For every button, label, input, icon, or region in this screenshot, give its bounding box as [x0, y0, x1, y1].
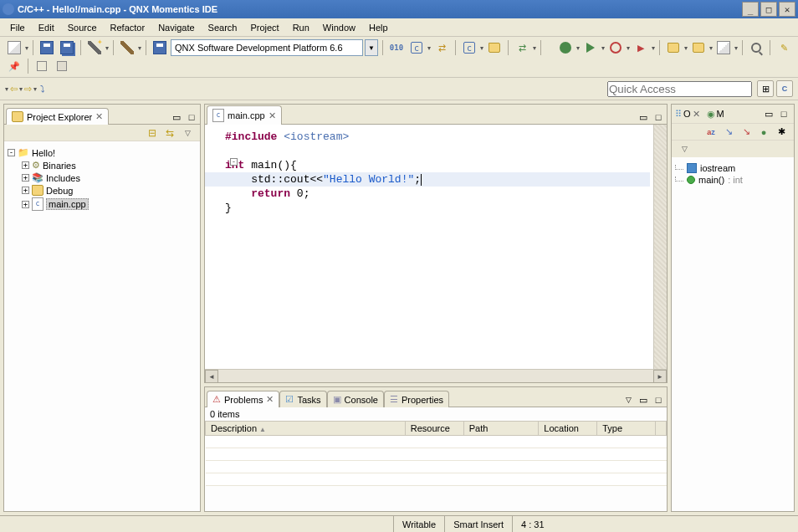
- close-icon[interactable]: ✕: [693, 109, 700, 120]
- col-description[interactable]: Description▲: [206, 422, 406, 436]
- table-row[interactable]: [206, 448, 667, 461]
- close-icon[interactable]: ✕: [95, 111, 103, 122]
- minimize-view-button[interactable]: ▭: [762, 107, 775, 120]
- problems-tab[interactable]: ⚠ Problems ✕: [207, 391, 279, 407]
- tree-row[interactable]: + ⚙ Binaries: [8, 159, 197, 171]
- table-row[interactable]: [206, 436, 667, 448]
- search-button[interactable]: [747, 39, 765, 56]
- new-file-button[interactable]: [714, 39, 733, 56]
- expand-icon[interactable]: +: [22, 161, 29, 169]
- save-alt-button[interactable]: [151, 39, 169, 56]
- new-button[interactable]: [5, 39, 23, 56]
- editor-tab-main[interactable]: c main.cpp ✕: [207, 105, 282, 125]
- col-path[interactable]: Path: [463, 422, 539, 436]
- maximize-view-button[interactable]: □: [185, 110, 198, 124]
- binary-button[interactable]: 010: [387, 39, 406, 56]
- menu-window[interactable]: Window: [318, 21, 361, 34]
- forward-button[interactable]: ⇨: [24, 84, 32, 95]
- fold-icon[interactable]: -: [230, 158, 238, 166]
- view-menu-button[interactable]: ▽: [677, 142, 692, 156]
- step-button[interactable]: ⤵: [40, 84, 45, 94]
- project-explorer-tab[interactable]: Project Explorer ✕: [6, 108, 109, 125]
- outline-tab-o[interactable]: O: [683, 109, 691, 119]
- toggle-mark-button[interactable]: ✎: [775, 39, 793, 56]
- menu-search[interactable]: Search: [203, 21, 243, 34]
- tree-row[interactable]: + Debug: [8, 184, 197, 197]
- scroll-left-button[interactable]: ◄: [205, 370, 218, 383]
- tree-row-root[interactable]: - 📁 Hello!: [8, 146, 197, 159]
- close-icon[interactable]: ✕: [269, 110, 276, 121]
- expand-icon[interactable]: +: [22, 174, 29, 182]
- minimize-view-button[interactable]: ▭: [170, 110, 183, 124]
- build-button[interactable]: [118, 39, 136, 56]
- outline-tab-m[interactable]: M: [717, 109, 724, 119]
- properties-tab[interactable]: ☰ Properties: [384, 391, 449, 407]
- outline-item[interactable]: main() : int: [675, 174, 790, 186]
- menu-run[interactable]: Run: [288, 21, 315, 34]
- save-all-button[interactable]: [58, 39, 76, 56]
- tasks-tab[interactable]: ☑ Tasks: [279, 391, 326, 407]
- close-button[interactable]: ✕: [779, 2, 795, 17]
- link-editor-button[interactable]: ⇆: [162, 126, 177, 140]
- outline-tree[interactable]: iostream main() : int: [672, 157, 794, 511]
- folder-button[interactable]: [485, 39, 504, 56]
- quick-access-input[interactable]: [607, 81, 752, 97]
- tree-row[interactable]: + 📚 Includes: [8, 171, 197, 184]
- open-perspective-button[interactable]: ⊞: [757, 80, 774, 97]
- code-editor[interactable]: #include <iostream> -int main(){ std::co…: [205, 125, 653, 369]
- table-row[interactable]: [206, 461, 667, 473]
- filter-local-button[interactable]: ✱: [774, 125, 789, 139]
- problems-table-body[interactable]: Description▲ Resource Path Location Type: [205, 421, 667, 511]
- console-tab[interactable]: ▣ Console: [327, 391, 384, 407]
- maximize-view-button[interactable]: □: [777, 107, 790, 120]
- menu-help[interactable]: Help: [364, 21, 393, 34]
- window-2-button[interactable]: [53, 58, 71, 74]
- project-explorer-tree[interactable]: - 📁 Hello! + ⚙ Binaries + 📚 Includes: [4, 141, 200, 511]
- table-row[interactable]: [206, 473, 667, 486]
- menu-navigate[interactable]: Navigate: [153, 21, 199, 34]
- expand-icon[interactable]: +: [22, 187, 29, 194]
- profile-button[interactable]: [606, 39, 625, 56]
- tree-row[interactable]: + c main.cpp: [8, 197, 197, 212]
- back-button[interactable]: ⇦: [10, 84, 18, 95]
- minimize-editor-button[interactable]: ▭: [637, 110, 650, 124]
- maximize-editor-button[interactable]: □: [652, 110, 665, 124]
- sort-button[interactable]: az: [703, 125, 719, 139]
- expand-icon[interactable]: +: [22, 201, 29, 208]
- filter-nonpublic-button[interactable]: ●: [756, 125, 771, 139]
- link-button[interactable]: ⇄: [513, 39, 531, 56]
- scroll-right-button[interactable]: ►: [653, 370, 667, 383]
- menu-refactor[interactable]: Refactor: [105, 21, 151, 34]
- toggle-button[interactable]: ⇄: [432, 39, 451, 56]
- editor-horizontal-scrollbar[interactable]: ◄ ►: [205, 369, 667, 382]
- minimize-button[interactable]: _: [742, 2, 759, 17]
- maximize-view-button[interactable]: □: [652, 393, 665, 407]
- save-button[interactable]: [38, 39, 56, 56]
- run-button[interactable]: [581, 39, 600, 56]
- window-1-button[interactable]: [33, 58, 51, 74]
- editor-vertical-scrollbar[interactable]: [653, 125, 667, 369]
- run-c-alt-button[interactable]: c: [460, 39, 478, 56]
- maximize-button[interactable]: □: [760, 2, 777, 17]
- menu-edit[interactable]: Edit: [33, 21, 59, 34]
- ext-tools-button[interactable]: ▶: [632, 39, 650, 56]
- view-menu-button[interactable]: ▽: [622, 393, 635, 407]
- expand-icon[interactable]: -: [8, 149, 15, 156]
- minimize-view-button[interactable]: ▭: [637, 393, 650, 407]
- menu-file[interactable]: File: [5, 21, 30, 34]
- platform-select-dropdown[interactable]: ▼: [365, 39, 378, 56]
- view-menu-button[interactable]: ▽: [180, 126, 195, 140]
- new-folder-button[interactable]: [689, 39, 708, 56]
- close-icon[interactable]: ✕: [266, 394, 274, 405]
- outline-item[interactable]: iostream: [675, 162, 790, 174]
- filter-fields-button[interactable]: ↘: [721, 125, 736, 139]
- pin-button[interactable]: 📌: [5, 58, 23, 74]
- debug-button[interactable]: [556, 39, 575, 56]
- collapse-all-button[interactable]: ⊟: [145, 126, 160, 140]
- run-c-button[interactable]: c: [407, 39, 426, 56]
- new-cproj-button[interactable]: [664, 39, 683, 56]
- menu-project[interactable]: Project: [245, 21, 284, 34]
- wand-button[interactable]: [85, 39, 104, 56]
- col-resource[interactable]: Resource: [405, 422, 463, 436]
- col-location[interactable]: Location: [539, 422, 597, 436]
